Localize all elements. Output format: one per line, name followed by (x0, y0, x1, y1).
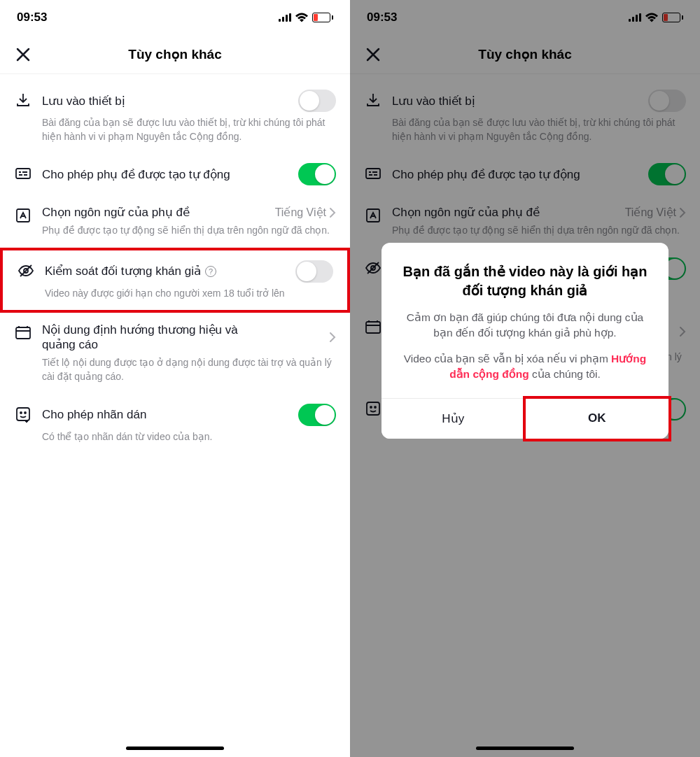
svg-point-10 (24, 412, 26, 413)
svg-rect-1 (282, 17, 284, 22)
status-bar: 09:53 20 (0, 0, 350, 35)
svg-rect-3 (289, 13, 291, 22)
setting-branded-desc: Tiết lộ nội dung được tạo ở dạng nội dun… (42, 356, 336, 383)
battery-icon: 20 (312, 13, 333, 22)
setting-branded-chevron (329, 332, 336, 343)
toggle-save[interactable] (298, 90, 336, 112)
setting-language[interactable]: Chọn ngôn ngữ của phụ đề Tiếng Việt Phụ … (0, 195, 350, 248)
dialog-text-2: Video của bạn sẽ vẫn bị xóa nếu vi phạm … (397, 351, 653, 383)
setting-save-title: Lưu vào thiết bị (42, 94, 125, 108)
svg-rect-0 (279, 19, 281, 22)
setting-audience-desc: Video này được giới hạn cho người xem 18… (45, 287, 333, 301)
chevron-right-icon (329, 332, 336, 343)
svg-rect-8 (17, 408, 29, 420)
branded-icon (14, 324, 32, 342)
download-icon (14, 91, 32, 109)
setting-auto-captions[interactable]: Cho phép phụ đề được tạo tự động (0, 153, 350, 195)
screen-right: 09:53 20 Tùy chọn khác Lưu vào thiết bị (350, 0, 700, 757)
status-indicators: 20 (279, 13, 333, 22)
chevron-right-icon (329, 207, 336, 218)
wifi-icon (295, 13, 308, 22)
cancel-button[interactable]: Hủy (382, 399, 526, 439)
setting-branded-content[interactable]: Nội dung định hướng thương hiệu và quảng… (0, 313, 350, 393)
setting-language-title: Chọn ngôn ngữ của phụ đề (42, 205, 190, 220)
toggle-stickers[interactable] (298, 404, 336, 426)
setting-stickers[interactable]: Cho phép nhãn dán Có thể tạo nhãn dán từ… (0, 394, 350, 454)
close-button[interactable] (13, 44, 34, 65)
dialog-title: Bạn đã gắn thẻ video này là giới hạn đối… (397, 262, 653, 300)
help-icon[interactable]: ? (205, 266, 216, 277)
svg-rect-4 (16, 169, 30, 178)
setting-save-to-device[interactable]: Lưu vào thiết bị Bài đăng của bạn sẽ đượ… (0, 80, 350, 153)
svg-rect-7 (16, 327, 30, 339)
toggle-captions[interactable] (298, 163, 336, 185)
setting-captions-title: Cho phép phụ đề được tạo tự động (42, 167, 230, 182)
setting-language-desc: Phụ đề được tạo tự động sẽ hiển thị dựa … (42, 224, 336, 238)
screen-left: 09:53 20 Tùy chọn khác Lưu vào thiết bị (0, 0, 350, 757)
setting-language-value: Tiếng Việt (275, 206, 336, 219)
page-title: Tùy chọn khác (128, 46, 221, 62)
close-icon (15, 47, 31, 62)
settings-list: Lưu vào thiết bị Bài đăng của bạn sẽ đượ… (0, 74, 350, 757)
header: Tùy chọn khác (0, 35, 350, 74)
status-time: 09:53 (17, 10, 47, 24)
setting-stickers-desc: Có thể tạo nhãn dán từ video của bạn. (42, 430, 336, 444)
sticker-icon (14, 405, 32, 423)
home-indicator[interactable] (126, 747, 224, 750)
confirm-dialog: Bạn đã gắn thẻ video này là giới hạn đối… (382, 243, 668, 439)
setting-audience-title: Kiểm soát đối tượng khán giả ? (45, 264, 216, 278)
captions-icon (14, 164, 32, 183)
setting-audience-control[interactable]: Kiểm soát đối tượng khán giả ? Video này… (0, 248, 350, 313)
toggle-audience[interactable] (295, 260, 333, 283)
eye-off-icon (17, 262, 35, 280)
svg-rect-2 (286, 15, 288, 22)
cellular-icon (279, 13, 291, 22)
ok-button[interactable]: OK (526, 399, 669, 439)
setting-stickers-title: Cho phép nhãn dán (42, 408, 146, 422)
language-icon (14, 206, 32, 225)
dialog-text-1: Cảm ơn bạn đã giúp chúng tôi đưa nội dun… (397, 310, 653, 341)
svg-point-9 (20, 412, 22, 413)
svg-rect-5 (17, 209, 29, 222)
setting-branded-title: Nội dung định hướng thương hiệu và quảng… (42, 323, 238, 352)
setting-save-desc: Bài đăng của bạn sẽ được lưu vào thiết b… (42, 116, 336, 143)
